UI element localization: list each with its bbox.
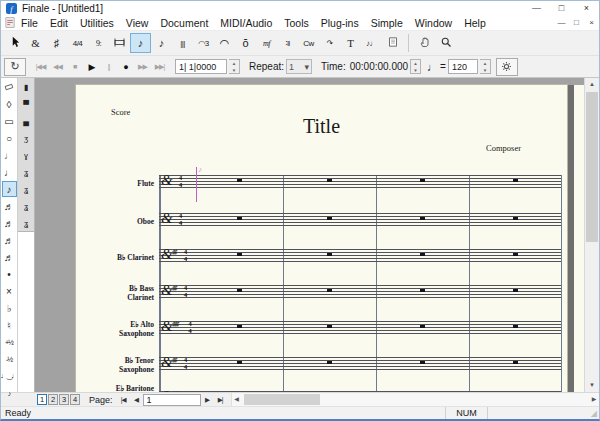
menu-window[interactable]: Window [409, 17, 458, 29]
score-page-1[interactable]: Score Title Composer Flute&44♪Oboe&44B♭ … [76, 85, 567, 392]
simple-entry-tool-button[interactable]: ♪ [130, 33, 151, 53]
expression-tool-button[interactable]: mf [256, 33, 277, 53]
menu-document[interactable]: Document [154, 17, 214, 29]
next-page-button[interactable]: ▶ [201, 396, 214, 404]
palette-thirty-second-rest[interactable]: ʓ [19, 181, 34, 197]
measure-tool-button[interactable] [109, 33, 130, 53]
playback-loop-button[interactable]: ↻ [4, 58, 26, 76]
minimize-button[interactable]: — [524, 1, 549, 16]
menu-tools[interactable]: Tools [278, 17, 315, 29]
spinner-up-icon[interactable]: ▲ [480, 60, 490, 67]
staff-bb-bass-clarinet[interactable]: &♯♯44 [159, 285, 561, 298]
horizontal-scrollbar[interactable]: ◀ ▶ [231, 393, 599, 406]
rewind-to-start-button[interactable]: |◀◀ [32, 59, 49, 75]
palette-eraser[interactable] [2, 79, 17, 95]
time-signature-tool-button[interactable]: 4/4 [67, 33, 88, 53]
menu-utilities[interactable]: Utilities [74, 17, 120, 29]
palette-double-sharp[interactable]: × [2, 283, 17, 299]
view-tab-1[interactable]: 1 [37, 394, 47, 405]
palette-whole-rest[interactable]: ▀ [19, 96, 34, 112]
palette-quarter-note[interactable]: ♩ [2, 164, 17, 180]
repeat-dropdown[interactable]: 1 ▾ [286, 59, 312, 74]
palette-thirty-second-note[interactable]: ♬ [2, 215, 17, 231]
zoom-tool-button[interactable] [435, 33, 456, 53]
staff-bb-tenor-saxophone[interactable]: &♯♯44 [159, 357, 561, 370]
time-spinner[interactable]: ▲ ▼ [410, 59, 421, 74]
horizontal-scroll-thumb[interactable] [244, 394, 320, 405]
staff-flute[interactable]: &44♪ [159, 175, 561, 188]
chord-tool-button[interactable]: Cw [298, 33, 319, 53]
last-page-button[interactable]: ▶| [214, 396, 227, 404]
clef-tool-button[interactable]: 9: [88, 33, 109, 53]
playback-counter-field[interactable]: 1| 1|0000 [175, 59, 227, 74]
close-button[interactable]: × [574, 1, 599, 16]
staff-eb-baritone[interactable]: &♯♯♯44 [159, 391, 561, 392]
menu-file[interactable]: File [15, 17, 44, 29]
spinner-up-icon[interactable]: ▲ [411, 60, 420, 67]
note-mover-tool-button[interactable]: ♪♩ [361, 33, 382, 53]
palette-sixteenth-rest[interactable]: ʓ [19, 164, 34, 180]
spinner-down-icon[interactable]: ▼ [411, 67, 420, 74]
spinner-down-icon[interactable]: ▼ [229, 67, 239, 74]
first-page-button[interactable]: |◀ [117, 396, 130, 404]
smart-shape-tool-button[interactable]: ◠ [214, 33, 235, 53]
staff-bb-clarinet[interactable]: &♯♯44 [159, 249, 561, 262]
palette-natural[interactable]: ♮ [2, 317, 17, 333]
view-tab-2[interactable]: 2 [48, 394, 58, 405]
fast-forward-button[interactable]: ▶▶ [134, 59, 151, 75]
record-button[interactable]: ● [117, 59, 134, 75]
palette-hundred-twenty-eighth-rest[interactable]: ʓ [19, 215, 34, 231]
pause-button[interactable]: || [100, 59, 117, 75]
menu-simple[interactable]: Simple [365, 17, 409, 29]
palette-double-whole-note[interactable]: ▭ [2, 113, 17, 129]
scroll-down-icon[interactable]: ▼ [585, 379, 599, 392]
previous-page-button[interactable]: ◀ [130, 396, 143, 404]
palette-grace-note[interactable]: ♪ [2, 385, 17, 401]
scroll-left-icon[interactable]: ◀ [232, 393, 242, 406]
key-signature-tool-button[interactable]: ♯ [46, 33, 67, 53]
palette-half-note[interactable]: ♩ [2, 147, 17, 163]
tuplet-tool-button[interactable]: ◠3 [193, 33, 214, 53]
palette-augmentation-dot[interactable]: • [2, 266, 17, 282]
palette-half-step-down[interactable]: -½ [2, 351, 17, 367]
playback-settings-button[interactable] [496, 58, 518, 76]
text-tool-button[interactable]: T [340, 33, 361, 53]
spinner-down-icon[interactable]: ▼ [480, 67, 490, 74]
hand-grabber-tool-button[interactable] [414, 33, 435, 53]
vertical-scrollbar[interactable]: ▲ ▼ [584, 78, 599, 392]
lyrics-tool-button[interactable]: ↷ [319, 33, 340, 53]
score-page-2-edge[interactable] [574, 85, 584, 392]
scroll-right-icon[interactable]: ▶ [589, 393, 599, 406]
rewind-button[interactable]: ◀◀ [49, 59, 66, 75]
palette-double-whole-rest[interactable]: ▮ [19, 79, 34, 95]
palette-whole-note[interactable]: ○ [2, 130, 17, 146]
scroll-up-icon[interactable]: ▲ [585, 78, 599, 91]
hyperscribe-tool-button[interactable]: ||| [172, 33, 193, 53]
page-number-field[interactable]: 1 [143, 394, 201, 406]
mdi-restore-button[interactable]: □ [569, 16, 584, 30]
mdi-minimize-button[interactable]: — [554, 16, 569, 30]
palette-eighth-note[interactable]: ♪ [2, 181, 17, 197]
menu-edit[interactable]: Edit [44, 17, 74, 29]
spinner-up-icon[interactable]: ▲ [229, 60, 239, 67]
selection-tool-button[interactable] [4, 33, 25, 53]
palette-sixteenth-note[interactable]: ♬ [2, 198, 17, 214]
stop-button[interactable]: ■ [66, 59, 83, 75]
staff-tool-button[interactable]: & [25, 33, 46, 53]
vertical-scroll-thumb[interactable] [586, 92, 598, 242]
speedy-entry-tool-button[interactable]: ♪ [151, 33, 172, 53]
palette-half-step-up[interactable]: +½ [2, 334, 17, 350]
palette-sixty-fourth-note[interactable]: ♬ [2, 232, 17, 248]
tempo-field[interactable]: 120 [448, 59, 478, 74]
view-tab-4[interactable]: 4 [70, 394, 80, 405]
palette-flat[interactable]: ♭ [2, 300, 17, 316]
maximize-button[interactable]: □ [549, 1, 574, 16]
counter-spinner[interactable]: ▲ ▼ [229, 59, 240, 74]
menu-midi-audio[interactable]: MIDI/Audio [214, 17, 278, 29]
view-tab-3[interactable]: 3 [59, 394, 69, 405]
articulation-tool-button[interactable]: ŏ [235, 33, 256, 53]
page-layout-tool-button[interactable] [382, 33, 403, 53]
menu-help[interactable]: Help [458, 17, 492, 29]
palette-repitch[interactable]: ◊ [2, 96, 17, 112]
palette-sixty-fourth-rest[interactable]: ʓ [19, 198, 34, 214]
